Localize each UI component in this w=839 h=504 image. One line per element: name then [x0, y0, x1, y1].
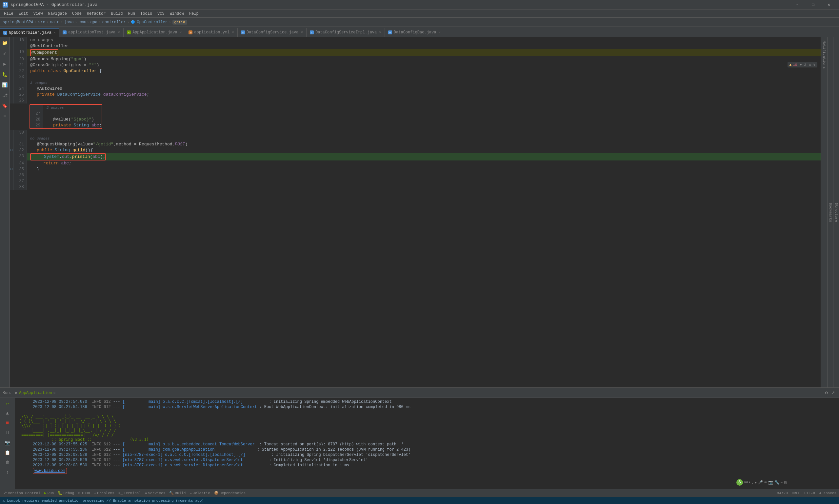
- sidebar-bookmarks-btn[interactable]: 🔖: [1, 102, 9, 110]
- sidebar-structure-btn[interactable]: ≡: [1, 112, 9, 121]
- rerun-button[interactable]: ↩: [3, 399, 12, 408]
- app-icon: IJ: [3, 2, 8, 7]
- breadcrumb-controller[interactable]: controller: [102, 20, 126, 24]
- menubar-item-help[interactable]: Help: [187, 10, 201, 18]
- gutter-26: [10, 97, 14, 104]
- version-control-btn[interactable]: ⎇ Version Control: [3, 491, 40, 495]
- problems-status-btn[interactable]: ⚠ Problems: [94, 491, 115, 495]
- tab-close-3[interactable]: ×: [232, 31, 234, 34]
- menubar-item-window[interactable]: Window: [167, 10, 187, 18]
- build-status-btn[interactable]: 🔨 Build: [169, 491, 186, 495]
- sidebar-project-btn[interactable]: 📁: [1, 39, 9, 47]
- tab-applicationtest[interactable]: TapplicationTest.java×: [59, 28, 124, 37]
- menubar-item-build[interactable]: Build: [108, 10, 125, 18]
- breadcrumb-java[interactable]: java: [64, 20, 74, 24]
- run-status-btn[interactable]: ▶ Run: [44, 491, 54, 495]
- tab-close-5[interactable]: ×: [379, 31, 381, 34]
- camera-button[interactable]: 📷: [3, 438, 12, 447]
- tab-close-2[interactable]: ×: [180, 31, 182, 34]
- todo-status-btn[interactable]: ☑ TODO: [78, 491, 90, 495]
- run-toolbar: ↩ ▲ ■ ⏸ 📷 📋 🗑 ↕: [0, 398, 15, 489]
- tab-gpacontroller[interactable]: CGpaController.java×: [0, 28, 59, 37]
- run-panel-controls: ⚙ ⤢: [824, 390, 836, 396]
- gutter-21: [10, 62, 14, 68]
- minimize-button[interactable]: –: [790, 0, 805, 10]
- clear-button[interactable]: 🗑: [3, 458, 12, 467]
- maximize-button[interactable]: □: [806, 0, 821, 10]
- code-line-25: 25 private DataConfigService dataConfigS…: [10, 92, 821, 97]
- breadcrumb-method[interactable]: getid: [172, 20, 187, 24]
- breadcrumb-file[interactable]: GpaController: [137, 20, 168, 24]
- dump-button[interactable]: 📋: [3, 448, 12, 457]
- code-line-31: 31 @RequestMapping(value="/getid",method…: [10, 142, 821, 147]
- menubar-item-code[interactable]: Code: [69, 10, 84, 18]
- breadcrumb-src[interactable]: src: [38, 20, 45, 24]
- sidebar-git-btn[interactable]: ⎇: [1, 91, 9, 100]
- charset[interactable]: UTF-8: [804, 491, 815, 495]
- tab-close-1[interactable]: ×: [118, 31, 120, 34]
- stop-button[interactable]: ■: [3, 419, 12, 427]
- code-editor[interactable]: ▲ 10 ▼ 2 ∧ ∨ 18 no usages @RestControlle…: [10, 37, 821, 388]
- tab-label-3: application.yml: [194, 30, 229, 35]
- tab-appapplication[interactable]: AAppApplication.java×: [124, 28, 185, 37]
- code-line-29: 29 private String abc;: [30, 123, 102, 128]
- debug-status-btn[interactable]: 🐛 Debug: [58, 491, 74, 495]
- dependencies-status-btn[interactable]: 📦 Dependencies: [214, 491, 245, 495]
- structure-sidebar[interactable]: Structure: [833, 37, 839, 388]
- gutter-24a: [10, 80, 14, 86]
- sidebar-run-btn[interactable]: ▶: [1, 59, 9, 68]
- scroll-up-button[interactable]: ▲: [3, 409, 12, 417]
- tab-label-5: DataConfigServiceImpl.java: [315, 30, 377, 35]
- gutter-20: [10, 56, 14, 62]
- code-line-22: 22 public class GpaController {: [10, 68, 821, 74]
- close-button[interactable]: ✕: [821, 0, 836, 10]
- gutter-32: [10, 147, 14, 153]
- code-line-32: 32 public String getid(){: [10, 147, 821, 153]
- pause-button[interactable]: ⏸: [3, 429, 12, 437]
- scroll-button[interactable]: ↕: [3, 468, 12, 476]
- code-line-37: 37: [10, 178, 821, 184]
- code-line-20: 20 @RequestMapping("gpa"): [10, 56, 821, 62]
- menubar-item-run[interactable]: Run: [125, 10, 138, 18]
- menubar-item-tools[interactable]: Tools: [138, 10, 155, 18]
- tab-application.yml[interactable]: ⚙application.yml×: [185, 28, 238, 37]
- menubar-item-view[interactable]: View: [31, 10, 46, 18]
- menubar-item-edit[interactable]: Edit: [16, 10, 31, 18]
- tab-dataconfigserviceimpl[interactable]: IDataConfigServiceImpl.java×: [307, 28, 385, 37]
- tab-close-4[interactable]: ×: [301, 31, 303, 34]
- menubar-item-vcs[interactable]: VCS: [155, 10, 167, 18]
- gutter-31: [10, 142, 14, 147]
- tab-dataconfigservice[interactable]: SDataConfigService.java×: [238, 28, 307, 37]
- expand-icon[interactable]: ⤢: [830, 390, 836, 396]
- code-line-35: 35 }: [10, 166, 821, 172]
- breadcrumb-main[interactable]: main: [50, 20, 59, 24]
- line-ending[interactable]: CRLF: [792, 491, 800, 495]
- jelastic-status-btn[interactable]: ☁ Jelastic: [189, 491, 210, 495]
- breadcrumb-file-icon: 🔷: [131, 20, 135, 24]
- tab-close-6[interactable]: ×: [438, 31, 441, 34]
- terminal-status-btn[interactable]: >_ Terminal: [118, 491, 141, 495]
- gutter-33: [10, 153, 14, 160]
- sidebar-debug-btn[interactable]: 🐛: [1, 70, 9, 78]
- code-line-27: 27: [30, 111, 102, 116]
- services-status-btn[interactable]: ◈ Services: [145, 491, 165, 495]
- breadcrumb-gpa[interactable]: gpa: [90, 20, 98, 24]
- code-usage-hint-28: 2 usages: [30, 105, 102, 111]
- sidebar-commit-btn[interactable]: ✔: [1, 49, 9, 58]
- tabs-bar: CGpaController.java×TapplicationTest.jav…: [0, 27, 839, 37]
- breadcrumb-com[interactable]: com: [79, 20, 86, 24]
- menubar-item-navigate[interactable]: Navigate: [45, 10, 69, 18]
- bookmarks-sidebar[interactable]: Bookmarks: [827, 37, 833, 388]
- tab-icon-3: ⚙: [189, 31, 192, 34]
- code-line-38: 38: [10, 184, 821, 190]
- indent[interactable]: 4 spaces: [819, 491, 836, 495]
- sidebar-profiler-btn[interactable]: 📊: [1, 80, 9, 89]
- baidu-link[interactable]: www.baidu.com: [34, 469, 65, 473]
- tab-dataconfigdao[interactable]: DDataConfigDao.java×: [385, 28, 444, 37]
- settings-icon[interactable]: ⚙: [824, 390, 829, 396]
- breadcrumb-project[interactable]: springBootGPA: [3, 20, 33, 24]
- menubar-item-file[interactable]: File: [1, 10, 16, 18]
- notifications-sidebar[interactable]: Notifications: [821, 37, 827, 388]
- tab-close-0[interactable]: ×: [54, 31, 56, 35]
- menubar-item-refactor[interactable]: Refactor: [84, 10, 108, 18]
